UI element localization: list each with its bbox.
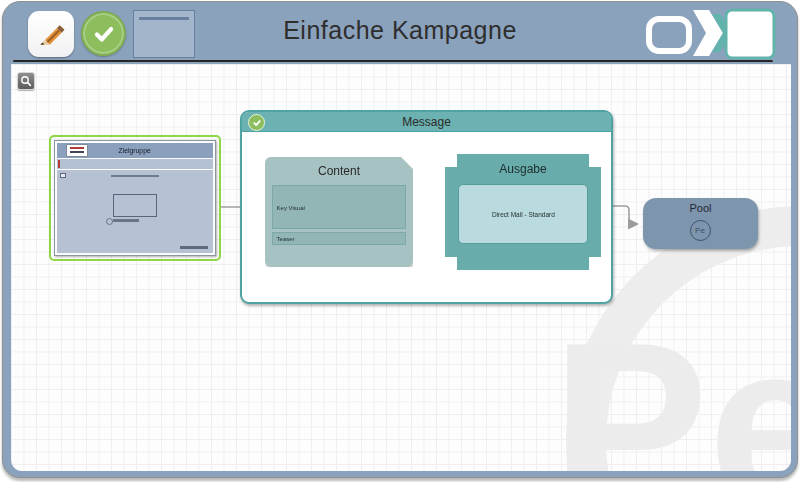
zielgruppe-thumbnail: Zielgruppe bbox=[54, 140, 216, 256]
diagram-canvas[interactable]: Pe Zielgruppe bbox=[11, 64, 791, 471]
zielgruppe-title: Zielgruppe bbox=[119, 147, 151, 154]
teaser-label: Teaser bbox=[273, 235, 295, 242]
red-marker bbox=[58, 160, 60, 168]
zielgruppe-preview bbox=[57, 170, 213, 253]
preview-caption-line bbox=[113, 219, 139, 222]
campaign-window: Einfache Kampagne Pe bbox=[2, 1, 798, 478]
magnifier-glyph bbox=[20, 75, 32, 87]
header-bar: Einfache Kampagne bbox=[3, 2, 797, 62]
key-visual-label: Key Visual bbox=[273, 204, 305, 211]
preview-heading-line bbox=[111, 175, 159, 177]
ausgabe-channel[interactable]: Direct Mail - Standard bbox=[458, 184, 588, 244]
message-header: Message bbox=[242, 112, 611, 132]
logo-icon bbox=[67, 145, 87, 156]
pool-title: Pool bbox=[643, 198, 758, 214]
pool-node[interactable]: Pool Pe bbox=[643, 198, 758, 249]
message-check-icon bbox=[248, 114, 265, 131]
rounded-square-icon[interactable] bbox=[646, 16, 692, 54]
zielgruppe-toolbar bbox=[57, 159, 213, 169]
zielgruppe-titlebar: Zielgruppe bbox=[57, 143, 213, 158]
pe-badge-icon: Pe bbox=[690, 220, 711, 241]
content-field-teaser[interactable]: Teaser bbox=[272, 232, 406, 245]
content-node[interactable]: Content Key Visual Teaser bbox=[265, 157, 413, 267]
channel-label: Direct Mail - Standard bbox=[492, 210, 555, 217]
message-title: Message bbox=[402, 115, 451, 129]
preview-count-line bbox=[180, 246, 208, 249]
envelope-chevron-icon[interactable] bbox=[689, 2, 781, 64]
envelope-glyph bbox=[689, 2, 781, 64]
preview-box bbox=[113, 194, 157, 217]
zielgruppe-node[interactable]: Zielgruppe bbox=[49, 135, 221, 261]
magnifier-icon[interactable] bbox=[17, 72, 35, 90]
preview-checkbox bbox=[60, 173, 66, 178]
header-divider bbox=[13, 60, 773, 62]
watermark-text: Pe bbox=[552, 308, 791, 471]
ausgabe-node[interactable]: Ausgabe Direct Mail - Standard bbox=[445, 154, 601, 270]
content-title: Content bbox=[265, 157, 413, 178]
ausgabe-title: Ausgabe bbox=[445, 154, 601, 176]
content-field-key-visual[interactable]: Key Visual bbox=[272, 185, 406, 229]
